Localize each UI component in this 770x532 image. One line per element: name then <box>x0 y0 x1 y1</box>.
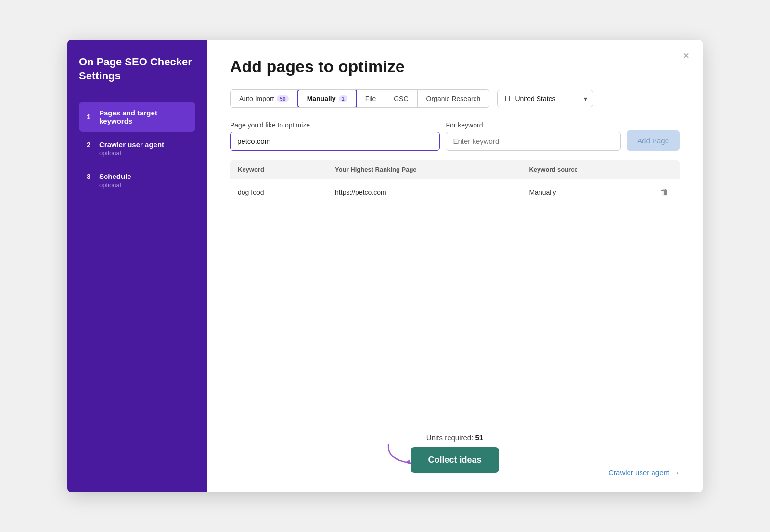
main-content: × Add pages to optimize Auto Import 50 M… <box>207 40 703 492</box>
cell-keyword: dog food <box>230 179 327 205</box>
tab-auto-import[interactable]: Auto Import 50 <box>231 90 298 107</box>
step-num-2: 2 <box>87 141 94 149</box>
tab-organic-label: Organic Research <box>426 95 481 102</box>
sidebar-sub-schedule: optional <box>99 181 188 189</box>
page-title: Add pages to optimize <box>230 57 680 76</box>
units-value: 51 <box>475 433 484 442</box>
th-actions <box>650 160 680 179</box>
table-body: dog food https://petco.com Manually 🗑 <box>230 179 680 205</box>
tab-organic[interactable]: Organic Research <box>418 90 489 107</box>
sidebar-item-schedule[interactable]: 3 Schedule optional <box>79 165 195 195</box>
arrow-svg <box>384 443 417 471</box>
sidebar-label-schedule: Schedule <box>99 172 131 180</box>
th-page: Your Highest Ranking Page <box>327 160 521 179</box>
sidebar-nav: 1 Pages and target keywords 2 Crawler us… <box>79 102 195 195</box>
country-select-wrapper[interactable]: 🖥 United States United Kingdom Canada Au… <box>497 90 593 107</box>
keyword-input[interactable] <box>446 132 621 151</box>
cell-source: Manually <box>521 179 650 205</box>
bottom-row: Collect ideas Crawler user agent → <box>230 447 680 477</box>
sidebar: On Page SEO Checker Settings 1 Pages and… <box>67 40 207 492</box>
sidebar-title: On Page SEO Checker Settings <box>79 55 195 83</box>
keyword-form-group: For keyword <box>446 121 621 151</box>
page-label: Page you'd like to optimize <box>230 121 440 129</box>
keyword-table: Keyword ≡ Your Highest Ranking Page Keyw… <box>230 160 680 205</box>
form-row: Page you'd like to optimize For keyword … <box>230 121 680 151</box>
sidebar-item-pages[interactable]: 1 Pages and target keywords <box>79 102 195 132</box>
table-header: Keyword ≡ Your Highest Ranking Page Keyw… <box>230 160 680 179</box>
tab-gsc-label: GSC <box>394 95 408 102</box>
page-input[interactable] <box>230 132 440 151</box>
bottom-section: Units required: 51 Collect ideas Crawler… <box>230 405 680 477</box>
tab-file-label: File <box>365 95 376 102</box>
country-select[interactable]: United States United Kingdom Canada Aust… <box>515 95 580 102</box>
sidebar-item-crawler[interactable]: 2 Crawler user agent optional <box>79 134 195 164</box>
cell-page: https://petco.com <box>327 179 521 205</box>
table-row: dog food https://petco.com Manually 🗑 <box>230 179 680 205</box>
tab-gsc[interactable]: GSC <box>385 90 417 107</box>
th-source: Keyword source <box>521 160 650 179</box>
sidebar-sub-crawler: optional <box>99 150 188 157</box>
step-num-3: 3 <box>87 173 94 180</box>
tab-auto-import-badge: 50 <box>277 95 288 102</box>
cell-delete: 🗑 <box>650 179 680 205</box>
add-page-button[interactable]: Add Page <box>627 130 680 151</box>
arrow-right-icon: → <box>672 469 680 477</box>
sidebar-label-crawler: Crawler user agent <box>99 140 164 149</box>
filter-icon: ≡ <box>268 167 271 173</box>
tabs-group: Auto Import 50 Manually 1 File GSC Organ… <box>230 89 489 108</box>
tab-manually-badge: 1 <box>339 95 347 102</box>
sidebar-label-pages: Pages and target keywords <box>99 109 188 125</box>
units-text: Units required: 51 <box>426 433 483 442</box>
th-keyword: Keyword ≡ <box>230 160 327 179</box>
tab-manually-label: Manually <box>307 95 336 102</box>
close-button[interactable]: × <box>681 49 691 63</box>
delete-row-button[interactable]: 🗑 <box>657 186 672 198</box>
keyword-label: For keyword <box>446 121 621 129</box>
collect-wrapper: Collect ideas <box>411 447 499 473</box>
crawler-link[interactable]: Crawler user agent → <box>608 469 680 477</box>
collect-ideas-button[interactable]: Collect ideas <box>411 447 499 473</box>
step-num-1: 1 <box>87 113 94 121</box>
tab-manually[interactable]: Manually 1 <box>297 89 357 108</box>
tab-file[interactable]: File <box>357 90 385 107</box>
tab-auto-import-label: Auto Import <box>239 95 274 102</box>
modal-container: On Page SEO Checker Settings 1 Pages and… <box>67 40 703 492</box>
page-form-group: Page you'd like to optimize <box>230 121 440 151</box>
tabs-row: Auto Import 50 Manually 1 File GSC Organ… <box>230 89 680 108</box>
monitor-icon: 🖥 <box>503 94 511 103</box>
chevron-down-icon: ▾ <box>584 95 587 102</box>
